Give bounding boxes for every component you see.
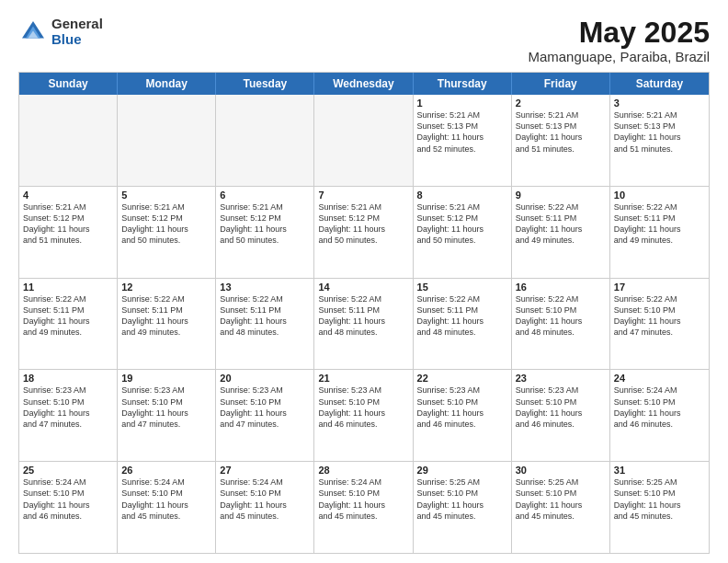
cell-info: Sunrise: 5:22 AMSunset: 5:11 PMDaylight:… [516, 201, 606, 247]
day-number: 4 [23, 190, 113, 201]
calendar-cell: 21Sunrise: 5:23 AMSunset: 5:10 PMDayligh… [314, 370, 413, 461]
calendar-cell: 10Sunrise: 5:22 AMSunset: 5:11 PMDayligh… [610, 187, 709, 278]
cell-info: Sunrise: 5:23 AMSunset: 5:10 PMDaylight:… [121, 385, 211, 430]
cell-info: Sunrise: 5:23 AMSunset: 5:10 PMDaylight:… [318, 385, 408, 430]
calendar-body: 1Sunrise: 5:21 AMSunset: 5:13 PMDaylight… [19, 95, 709, 553]
cell-info: Sunrise: 5:22 AMSunset: 5:11 PMDaylight:… [318, 293, 408, 339]
calendar-cell [216, 95, 314, 186]
day-number: 1 [417, 98, 507, 109]
day-number: 6 [220, 190, 310, 201]
calendar-header: SundayMondayTuesdayWednesdayThursdayFrid… [19, 73, 709, 95]
calendar-cell: 1Sunrise: 5:21 AMSunset: 5:13 PMDaylight… [414, 95, 512, 186]
calendar-row-4: 18Sunrise: 5:23 AMSunset: 5:10 PMDayligh… [19, 369, 709, 461]
calendar-cell: 19Sunrise: 5:23 AMSunset: 5:10 PMDayligh… [118, 370, 216, 461]
cell-info: Sunrise: 5:25 AMSunset: 5:10 PMDaylight:… [614, 477, 705, 522]
cell-info: Sunrise: 5:22 AMSunset: 5:10 PMDaylight:… [614, 293, 705, 339]
cell-info: Sunrise: 5:22 AMSunset: 5:10 PMDaylight:… [516, 293, 606, 339]
calendar-cell: 2Sunrise: 5:21 AMSunset: 5:13 PMDaylight… [512, 95, 610, 186]
calendar-cell [314, 95, 413, 186]
day-number: 16 [516, 282, 606, 293]
cell-info: Sunrise: 5:21 AMSunset: 5:12 PMDaylight:… [417, 201, 507, 247]
day-number: 18 [23, 373, 113, 384]
day-number: 22 [417, 373, 507, 384]
calendar-cell: 27Sunrise: 5:24 AMSunset: 5:10 PMDayligh… [216, 462, 314, 553]
calendar-cell: 11Sunrise: 5:22 AMSunset: 5:11 PMDayligh… [19, 279, 118, 370]
day-number: 28 [318, 465, 408, 476]
cell-info: Sunrise: 5:21 AMSunset: 5:12 PMDaylight:… [318, 201, 408, 247]
calendar-cell: 24Sunrise: 5:24 AMSunset: 5:10 PMDayligh… [610, 370, 709, 461]
title-location: Mamanguape, Paraiba, Brazil [528, 49, 710, 64]
cell-info: Sunrise: 5:23 AMSunset: 5:10 PMDaylight:… [516, 385, 606, 430]
calendar: SundayMondayTuesdayWednesdayThursdayFrid… [18, 72, 710, 554]
cell-info: Sunrise: 5:21 AMSunset: 5:12 PMDaylight:… [220, 201, 310, 247]
day-number: 17 [614, 282, 705, 293]
cell-info: Sunrise: 5:21 AMSunset: 5:13 PMDaylight:… [516, 109, 606, 155]
cell-info: Sunrise: 5:24 AMSunset: 5:10 PMDaylight:… [318, 477, 408, 522]
title-month: May 2025 [528, 17, 710, 49]
calendar-cell: 3Sunrise: 5:21 AMSunset: 5:13 PMDaylight… [610, 95, 709, 186]
day-number: 29 [417, 465, 507, 476]
day-number: 14 [318, 282, 408, 293]
cell-info: Sunrise: 5:23 AMSunset: 5:10 PMDaylight:… [23, 385, 113, 430]
header-day-wednesday: Wednesday [314, 73, 413, 95]
cell-info: Sunrise: 5:24 AMSunset: 5:10 PMDaylight:… [220, 477, 310, 522]
cell-info: Sunrise: 5:22 AMSunset: 5:11 PMDaylight:… [121, 293, 211, 339]
day-number: 26 [121, 465, 211, 476]
calendar-cell: 20Sunrise: 5:23 AMSunset: 5:10 PMDayligh… [216, 370, 314, 461]
header: General Blue May 2025 Mamanguape, Paraib… [18, 17, 710, 64]
calendar-cell: 18Sunrise: 5:23 AMSunset: 5:10 PMDayligh… [19, 370, 118, 461]
calendar-cell [19, 95, 118, 186]
logo: General Blue [18, 17, 103, 47]
cell-info: Sunrise: 5:23 AMSunset: 5:10 PMDaylight:… [417, 385, 507, 430]
calendar-cell: 15Sunrise: 5:22 AMSunset: 5:11 PMDayligh… [414, 279, 512, 370]
logo-icon [18, 17, 48, 47]
calendar-cell: 7Sunrise: 5:21 AMSunset: 5:12 PMDaylight… [314, 187, 413, 278]
calendar-row-1: 1Sunrise: 5:21 AMSunset: 5:13 PMDaylight… [19, 95, 709, 186]
cell-info: Sunrise: 5:21 AMSunset: 5:12 PMDaylight:… [23, 201, 113, 247]
calendar-cell: 12Sunrise: 5:22 AMSunset: 5:11 PMDayligh… [118, 279, 216, 370]
header-day-monday: Monday [118, 73, 216, 95]
calendar-cell: 13Sunrise: 5:22 AMSunset: 5:11 PMDayligh… [216, 279, 314, 370]
day-number: 8 [417, 190, 507, 201]
header-day-sunday: Sunday [19, 73, 118, 95]
cell-info: Sunrise: 5:22 AMSunset: 5:11 PMDaylight:… [220, 293, 310, 339]
header-day-friday: Friday [512, 73, 610, 95]
cell-info: Sunrise: 5:24 AMSunset: 5:10 PMDaylight:… [614, 385, 705, 430]
calendar-cell [118, 95, 216, 186]
day-number: 20 [220, 373, 310, 384]
day-number: 19 [121, 373, 211, 384]
day-number: 2 [516, 98, 606, 109]
calendar-cell: 29Sunrise: 5:25 AMSunset: 5:10 PMDayligh… [414, 462, 512, 553]
cell-info: Sunrise: 5:21 AMSunset: 5:13 PMDaylight:… [614, 109, 705, 155]
calendar-cell: 4Sunrise: 5:21 AMSunset: 5:12 PMDaylight… [19, 187, 118, 278]
cell-info: Sunrise: 5:25 AMSunset: 5:10 PMDaylight:… [516, 477, 606, 522]
calendar-cell: 26Sunrise: 5:24 AMSunset: 5:10 PMDayligh… [118, 462, 216, 553]
logo-general-text: General [51, 17, 103, 32]
calendar-cell: 28Sunrise: 5:24 AMSunset: 5:10 PMDayligh… [314, 462, 413, 553]
day-number: 11 [23, 282, 113, 293]
calendar-cell: 30Sunrise: 5:25 AMSunset: 5:10 PMDayligh… [512, 462, 610, 553]
day-number: 21 [318, 373, 408, 384]
cell-info: Sunrise: 5:21 AMSunset: 5:12 PMDaylight:… [121, 201, 211, 247]
calendar-cell: 6Sunrise: 5:21 AMSunset: 5:12 PMDaylight… [216, 187, 314, 278]
day-number: 30 [516, 465, 606, 476]
calendar-cell: 14Sunrise: 5:22 AMSunset: 5:11 PMDayligh… [314, 279, 413, 370]
calendar-cell: 25Sunrise: 5:24 AMSunset: 5:10 PMDayligh… [19, 462, 118, 553]
day-number: 15 [417, 282, 507, 293]
calendar-cell: 22Sunrise: 5:23 AMSunset: 5:10 PMDayligh… [414, 370, 512, 461]
day-number: 25 [23, 465, 113, 476]
day-number: 7 [318, 190, 408, 201]
cell-info: Sunrise: 5:22 AMSunset: 5:11 PMDaylight:… [614, 201, 705, 247]
day-number: 9 [516, 190, 606, 201]
cell-info: Sunrise: 5:22 AMSunset: 5:11 PMDaylight:… [23, 293, 113, 339]
calendar-cell: 9Sunrise: 5:22 AMSunset: 5:11 PMDaylight… [512, 187, 610, 278]
day-number: 24 [614, 373, 705, 384]
page: General Blue May 2025 Mamanguape, Paraib… [0, 0, 728, 563]
calendar-cell: 17Sunrise: 5:22 AMSunset: 5:10 PMDayligh… [610, 279, 709, 370]
cell-info: Sunrise: 5:22 AMSunset: 5:11 PMDaylight:… [417, 293, 507, 339]
calendar-cell: 31Sunrise: 5:25 AMSunset: 5:10 PMDayligh… [610, 462, 709, 553]
cell-info: Sunrise: 5:23 AMSunset: 5:10 PMDaylight:… [220, 385, 310, 430]
calendar-row-2: 4Sunrise: 5:21 AMSunset: 5:12 PMDaylight… [19, 186, 709, 278]
day-number: 27 [220, 465, 310, 476]
cell-info: Sunrise: 5:21 AMSunset: 5:13 PMDaylight:… [417, 109, 507, 155]
